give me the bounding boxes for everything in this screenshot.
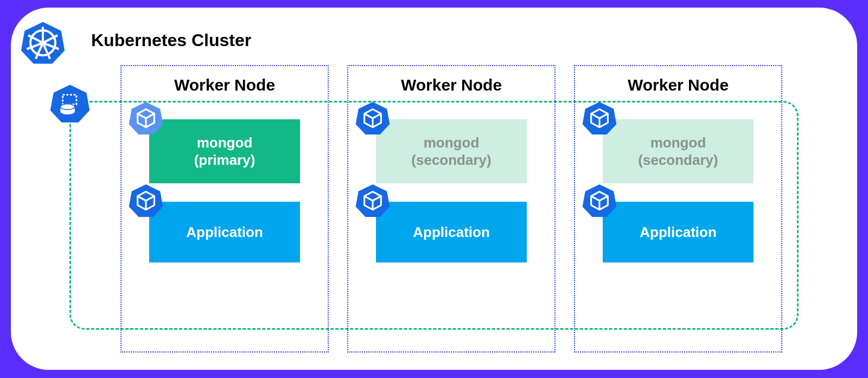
mongod-label: mongod xyxy=(424,134,480,152)
worker-node: Worker Node mongod (secondary) xyxy=(347,65,556,353)
mongod-pod-secondary: mongod (secondary) xyxy=(376,119,527,183)
worker-node-title: Worker Node xyxy=(348,76,554,94)
nodes-row: Worker Node mongod (primary) xyxy=(120,65,782,353)
application-label: Application xyxy=(640,223,717,241)
application-pod: Application xyxy=(376,202,527,262)
mongod-role: (primary) xyxy=(194,151,256,169)
cube-icon xyxy=(582,101,617,136)
worker-node: Worker Node mongod (secondary) xyxy=(574,65,782,353)
cluster-card: Kubernetes Cluster Worker Node xyxy=(11,8,857,370)
cube-icon xyxy=(355,183,390,218)
mongod-pod-primary: mongod (primary) xyxy=(149,119,300,183)
worker-node-title: Worker Node xyxy=(575,76,781,94)
cube-icon xyxy=(355,101,390,136)
cube-icon xyxy=(129,101,163,136)
worker-node: Worker Node mongod (primary) xyxy=(120,65,329,353)
mongod-label: mongod xyxy=(650,134,706,152)
application-label: Application xyxy=(186,223,263,241)
mongod-role: (secondary) xyxy=(411,151,491,169)
worker-node-title: Worker Node xyxy=(122,76,328,94)
mongod-label: mongod xyxy=(197,134,253,152)
application-label: Application xyxy=(413,223,490,241)
k8s-wheel-icon xyxy=(21,21,65,65)
replicaset-icon xyxy=(50,84,90,124)
mongod-role: (secondary) xyxy=(638,151,718,169)
application-pod: Application xyxy=(149,202,300,262)
cube-icon xyxy=(129,183,163,218)
cluster-title: Kubernetes Cluster xyxy=(91,30,251,50)
cube-icon xyxy=(582,183,617,218)
mongod-pod-secondary: mongod (secondary) xyxy=(603,119,754,183)
application-pod: Application xyxy=(603,202,754,262)
